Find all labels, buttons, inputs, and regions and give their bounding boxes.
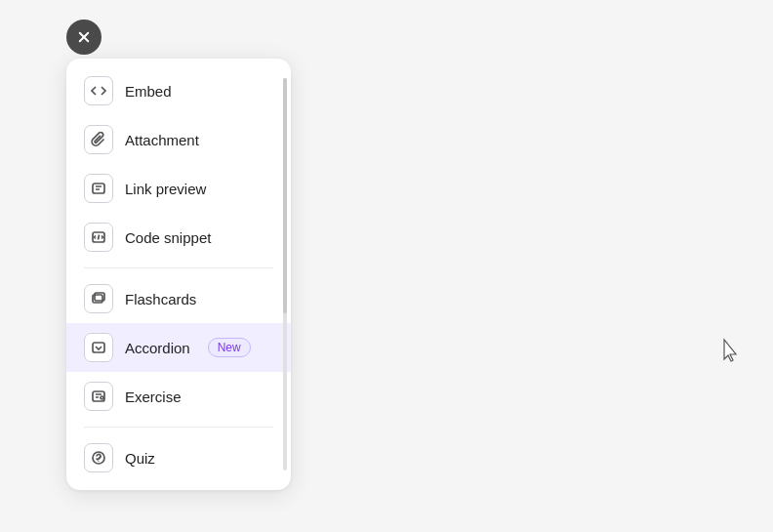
embed-label: Embed <box>125 83 172 100</box>
scroll-thumb <box>283 78 287 313</box>
accordion-label: Accordion <box>125 340 190 356</box>
scrollbar[interactable] <box>283 78 287 471</box>
attachment-icon <box>91 132 106 147</box>
menu-item-exercise[interactable]: Exercise <box>66 372 291 421</box>
menu-item-quiz[interactable]: Quiz <box>66 433 291 482</box>
svg-point-8 <box>98 461 99 462</box>
exercise-icon <box>91 389 106 404</box>
new-badge: New <box>208 338 251 357</box>
menu-item-attachment[interactable]: Attachment <box>66 115 291 164</box>
menu-item-accordion[interactable]: Accordion New <box>66 323 291 372</box>
cursor-pointer <box>720 338 742 371</box>
attachment-label: Attachment <box>125 132 199 148</box>
exercise-icon-box <box>84 382 113 411</box>
code-snippet-label: Code snippet <box>125 229 211 246</box>
page-container: Embed Attachment Link preview <box>0 0 773 532</box>
code-snippet-icon-box <box>84 223 113 252</box>
flashcards-icon <box>91 291 106 307</box>
svg-rect-4 <box>93 343 104 352</box>
exercise-label: Exercise <box>125 389 182 405</box>
quiz-label: Quiz <box>125 450 155 467</box>
divider-2 <box>84 427 273 428</box>
menu-item-embed[interactable]: Embed <box>66 66 291 115</box>
embed-icon-box <box>84 76 113 105</box>
close-button[interactable] <box>66 20 102 55</box>
menu-item-link-preview[interactable]: Link preview <box>66 164 291 213</box>
quiz-icon <box>91 450 106 466</box>
svg-rect-0 <box>93 184 104 193</box>
link-preview-icon-box <box>84 174 113 203</box>
svg-point-6 <box>101 396 103 399</box>
attachment-icon-box <box>84 125 113 154</box>
link-preview-icon <box>91 181 106 196</box>
divider-1 <box>84 267 273 268</box>
flashcards-icon-box <box>84 284 113 313</box>
embed-icon <box>91 83 106 99</box>
accordion-icon <box>91 340 106 355</box>
menu-item-code-snippet[interactable]: Code snippet <box>66 213 291 262</box>
menu-item-flashcards[interactable]: Flashcards <box>66 274 291 323</box>
flashcards-label: Flashcards <box>125 291 196 307</box>
code-snippet-icon <box>91 229 106 245</box>
link-preview-label: Link preview <box>125 181 206 197</box>
quiz-icon-box <box>84 443 113 472</box>
menu-panel: Embed Attachment Link preview <box>66 59 291 490</box>
accordion-icon-box <box>84 333 113 362</box>
